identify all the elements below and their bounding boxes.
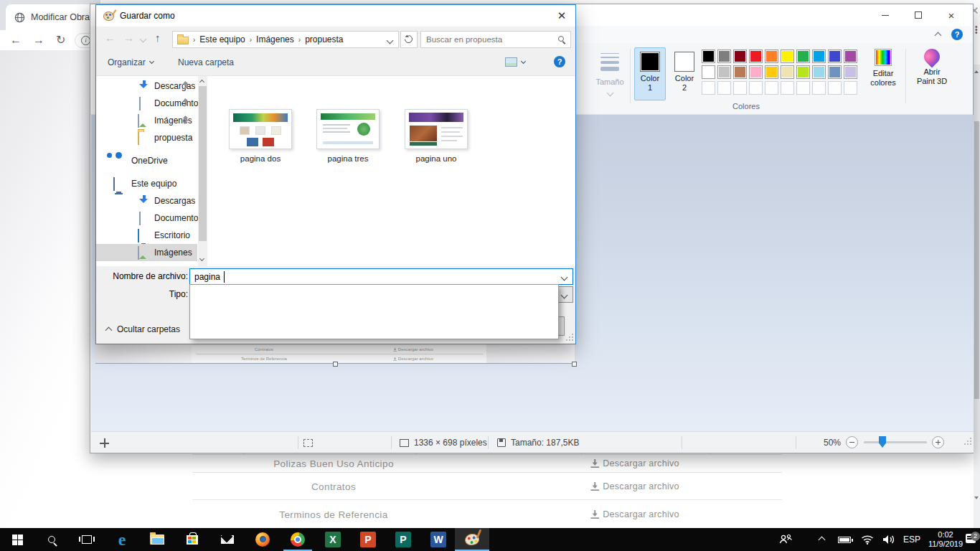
palette-swatch[interactable] (781, 50, 794, 63)
paint-button[interactable] (455, 528, 489, 551)
page-scrollbar[interactable] (974, 65, 980, 528)
palette-swatch[interactable] (781, 65, 794, 79)
download-link[interactable]: Descargar archivo (590, 509, 679, 519)
show-hidden-icons-button[interactable] (814, 528, 829, 551)
breadcrumb-dropdown-icon[interactable] (387, 37, 394, 44)
palette-swatch[interactable] (702, 65, 715, 79)
palette-swatch[interactable] (717, 65, 731, 79)
publisher-button[interactable]: P (386, 528, 420, 551)
filename-autocomplete-dropdown[interactable] (189, 284, 559, 339)
browser-back-icon[interactable]: ← (10, 32, 22, 48)
battery-button[interactable] (835, 528, 854, 551)
word-button[interactable]: W (421, 528, 456, 551)
filename-dropdown-icon[interactable] (561, 274, 568, 281)
chrome-button[interactable] (281, 528, 315, 551)
minimize-button[interactable] (869, 4, 902, 26)
dialog-resize-grip[interactable] (566, 334, 573, 341)
nav-scrollbar[interactable] (198, 76, 207, 266)
mail-button[interactable] (210, 528, 245, 551)
palette-swatch[interactable] (828, 65, 842, 79)
canvas-image[interactable]: Contratos Descargar archivo Terminos de … (95, 344, 575, 364)
breadcrumb-item[interactable]: Imágenes (256, 34, 294, 44)
file-item[interactable]: pagina uno (405, 109, 468, 163)
people-button[interactable] (776, 528, 795, 551)
nav-item-descargas[interactable]: Descargas (96, 77, 197, 95)
start-button[interactable] (0, 528, 34, 551)
breadcrumb-item[interactable]: propuesta (305, 34, 343, 44)
close-button[interactable]: × (935, 4, 968, 26)
resize-grip[interactable] (964, 438, 971, 445)
palette-swatch[interactable] (733, 65, 747, 79)
open-paint3d-button[interactable]: Abrir Paint 3D (910, 47, 954, 86)
palette-swatch[interactable] (733, 50, 747, 63)
nav-item-este-equipo[interactable]: Este equipo (96, 175, 197, 192)
zoom-slider[interactable] (864, 441, 927, 443)
palette-swatch-empty[interactable] (765, 81, 778, 95)
store-button[interactable] (175, 528, 209, 551)
scroll-up-icon[interactable] (199, 80, 204, 85)
forward-icon[interactable]: → (123, 32, 134, 44)
language-button[interactable]: ESP (900, 528, 924, 551)
file-item[interactable]: pagina tres (316, 109, 380, 163)
nav-item-documentos[interactable]: Documentos (96, 95, 197, 112)
chrome-menu-icon[interactable]: ••• (975, 26, 978, 34)
palette-swatch[interactable] (749, 50, 763, 63)
breadcrumb[interactable]: › Este equipo › Imágenes › propuesta (172, 31, 399, 48)
action-center-button[interactable]: 2 (966, 528, 980, 551)
palette-swatch-empty[interactable] (717, 81, 731, 95)
palette-swatch[interactable] (765, 50, 778, 63)
recent-locations-icon[interactable] (140, 36, 147, 43)
chrome-active-tab[interactable]: Modificar Obra/ (6, 4, 100, 30)
breadcrumb-item[interactable]: Este equipo (199, 34, 245, 44)
palette-swatch-empty[interactable] (828, 81, 842, 95)
download-link[interactable]: Descargar archivo (590, 481, 679, 491)
palette-swatch[interactable] (765, 65, 778, 79)
maximize-button[interactable] (902, 4, 935, 26)
download-link[interactable]: Descargar archivo (590, 458, 679, 468)
palette-swatch[interactable] (717, 50, 731, 63)
palette-swatch[interactable] (749, 65, 763, 79)
zoom-slider-thumb[interactable] (879, 436, 886, 448)
palette-swatch[interactable] (796, 65, 810, 79)
task-view-button[interactable] (70, 528, 104, 551)
back-icon[interactable]: ← (105, 32, 116, 44)
palette-swatch-empty[interactable] (733, 81, 747, 95)
scroll-down-icon[interactable] (974, 496, 979, 499)
scrollbar-thumb[interactable] (199, 86, 207, 241)
view-mode-button[interactable] (505, 57, 525, 67)
scrollbar-thumb[interactable] (974, 121, 979, 399)
taskbar-search-button[interactable] (34, 528, 69, 551)
palette-swatch[interactable] (796, 50, 810, 63)
firefox-button[interactable] (245, 528, 280, 551)
up-icon[interactable]: ↑ (155, 32, 161, 44)
nav-item-imagenes2[interactable]: Imágenes (96, 244, 197, 261)
dialog-close-icon[interactable]: ✕ (550, 5, 574, 27)
nav-item-onedrive[interactable]: OneDrive (96, 152, 197, 169)
zoom-in-button[interactable] (932, 436, 944, 448)
palette-swatch-empty[interactable] (844, 81, 857, 95)
scroll-up-icon[interactable] (974, 70, 979, 73)
zoom-out-button[interactable] (846, 436, 858, 448)
palette-swatch-empty[interactable] (749, 81, 763, 95)
color2-button[interactable]: Color 2 (669, 47, 700, 100)
paint-help-icon[interactable]: ? (951, 29, 963, 40)
nav-item-propuesta[interactable]: propuesta (96, 129, 197, 146)
collapse-ribbon-icon[interactable] (935, 32, 942, 39)
search-input[interactable] (426, 33, 552, 46)
powerpoint-button[interactable]: P (351, 528, 385, 551)
browser-reload-icon[interactable]: ↻ (56, 32, 65, 48)
size-button[interactable]: Tamaño (593, 47, 627, 100)
organize-button[interactable]: Organizar (108, 57, 154, 67)
nav-item-descargas2[interactable]: Descargas (96, 192, 197, 209)
palette-swatch[interactable] (702, 50, 715, 63)
browser-forward-icon[interactable]: → (33, 32, 44, 48)
scroll-down-icon[interactable] (199, 256, 204, 261)
palette-swatch[interactable] (844, 65, 857, 79)
refresh-button[interactable] (400, 31, 418, 48)
palette-swatch-empty[interactable] (812, 81, 826, 95)
palette-swatch-empty[interactable] (702, 81, 715, 95)
edge-button[interactable]: e (105, 528, 139, 551)
file-item[interactable]: pagina dos (229, 109, 292, 163)
palette-swatch[interactable] (812, 50, 826, 63)
nav-item-imagenes[interactable]: Imágenes (96, 112, 197, 129)
